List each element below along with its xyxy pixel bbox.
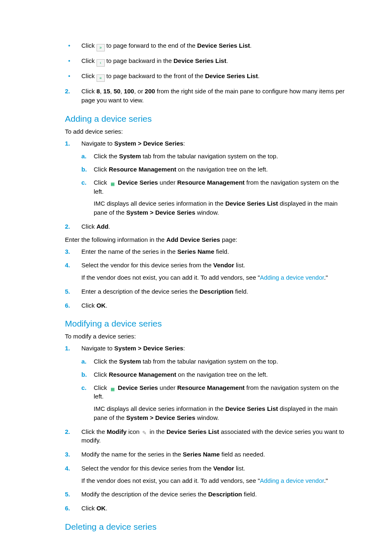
list-letter: a. — [81, 152, 87, 161]
sub-step-text: Click the System tab from the tabular na… — [94, 358, 278, 365]
list-number: 2. — [65, 222, 70, 231]
cross-ref-link[interactable]: Adding a device vendor — [260, 274, 324, 281]
bold-text: Device Series List — [225, 405, 278, 412]
page-prev-icon: ‹ — [97, 59, 105, 67]
sub-step-follow: IMC displays all device series informati… — [94, 404, 348, 422]
list-item: 6.Click OK. — [65, 301, 348, 310]
list-item: 1.Navigate to System > Device Series:a.C… — [65, 344, 348, 422]
bold-text: Description — [208, 491, 242, 498]
heading-modifying: Modifying a device series — [65, 319, 348, 329]
list-number: 2. — [65, 87, 70, 96]
bold-text: System > Device Series — [114, 140, 183, 147]
bold-text: Resource Management — [109, 371, 176, 378]
heading-adding: Adding a device series — [65, 114, 348, 124]
step-follow: If the vendor does not exist, you can ad… — [81, 476, 348, 485]
cross-ref-link[interactable]: Adding a device vendor — [260, 477, 324, 484]
step-text: Modify the name for the series in the Se… — [81, 451, 265, 458]
step-text: Enter a description of the device series… — [81, 288, 248, 295]
bold-text: Vendor — [213, 465, 234, 472]
list-item: 6.Click OK. — [65, 504, 348, 513]
bold-text: Resource Management — [109, 166, 176, 173]
list-item: 4.Select the vendor for this device seri… — [65, 464, 348, 485]
sub-step-follow: IMC displays all device series informati… — [94, 199, 348, 217]
bold-text: Add Device Series — [166, 236, 220, 243]
sub-step-text: Click Resource Management on the navigat… — [94, 371, 268, 378]
step-text: Select the vendor for this device series… — [81, 465, 245, 472]
modifying-intro: To modify a device series: — [65, 333, 348, 340]
list-number: 3. — [65, 247, 70, 256]
bullet-item: Click ‹ to page backward in the Device S… — [65, 56, 348, 67]
page-first-icon: « — [97, 74, 105, 82]
list-item: 1.Navigate to System > Device Series:a.C… — [65, 139, 348, 217]
list-item: 2.Click Add. — [65, 222, 348, 231]
bullet-item: Click » to page forward to the end of th… — [65, 41, 348, 51]
list-number: 2. — [65, 427, 70, 436]
bold-text: 8 — [97, 88, 100, 95]
sub-list: a.Click the System tab from the tabular … — [81, 357, 348, 422]
heading-deleting: Deleting a device series — [65, 522, 348, 532]
step-text: Click OK. — [81, 505, 107, 512]
sub-list-item: b.Click Resource Management on the navig… — [81, 165, 348, 174]
sub-step-text: Click ▦ Device Series under Resource Man… — [94, 384, 339, 400]
bold-text: Resource Management — [177, 179, 244, 186]
bold-text: System > Device Series — [126, 209, 195, 216]
top-num-list: 2. Click 8, 15, 50, 100, or 200 from the… — [65, 87, 348, 105]
list-item: 5.Modify the description of the device s… — [65, 490, 348, 499]
top-bullet-list: Click » to page forward to the end of th… — [65, 41, 348, 82]
list-letter: c. — [81, 178, 87, 187]
adding-intro: To add device series: — [65, 128, 348, 135]
step-text: Click the Modify icon ✎ in the Device Se… — [81, 428, 344, 444]
bold-text: Resource Management — [177, 384, 244, 391]
list-item: 5.Enter a description of the device seri… — [65, 287, 348, 296]
adding-between: Enter the following information in the A… — [65, 236, 348, 243]
bold-text: Device Series List — [205, 72, 258, 79]
bold-text: System — [119, 153, 141, 160]
bold-text: Device Series List — [166, 428, 219, 435]
list-item: 3.Enter the name of the series in the Se… — [65, 247, 348, 256]
bold-text: Device Series — [118, 384, 158, 391]
document-page: Click » to page forward to the end of th… — [0, 0, 392, 533]
list-number: 6. — [65, 504, 70, 513]
bold-text: Device Series List — [173, 57, 226, 64]
bold-text: 100 — [124, 88, 134, 95]
bold-text: OK — [97, 505, 106, 512]
step-follow: If the vendor does not exist, you can ad… — [81, 273, 348, 282]
step-text: Click 8, 15, 50, 100, or 200 from the ri… — [81, 88, 344, 104]
bold-text: Description — [200, 288, 234, 295]
sub-step-text: Click Resource Management on the navigat… — [94, 166, 268, 173]
sub-step-text: Click the System tab from the tabular na… — [94, 153, 278, 160]
bullet-item: Click « to page backward to the front of… — [65, 72, 348, 82]
bold-text: Series Name — [183, 451, 220, 458]
bold-text: Modify — [107, 428, 127, 435]
step-text: Click Add. — [81, 223, 110, 230]
device-series-icon: ▦ — [109, 181, 116, 187]
sub-list-item: c.Click ▦ Device Series under Resource M… — [81, 178, 348, 217]
step-text: Select the vendor for this device series… — [81, 262, 245, 269]
bold-text: Add — [97, 223, 108, 230]
adding-steps: 1.Navigate to System > Device Series:a.C… — [65, 139, 348, 231]
bold-text: 15 — [103, 88, 110, 95]
list-number: 1. — [65, 139, 70, 148]
list-item: 2.Click the Modify icon ✎ in the Device … — [65, 427, 348, 445]
bold-text: 50 — [113, 88, 120, 95]
sub-list-item: c.Click ▦ Device Series under Resource M… — [81, 383, 348, 422]
list-number: 4. — [65, 261, 70, 270]
list-letter: a. — [81, 357, 87, 366]
bold-text: System > Device Series — [126, 414, 195, 421]
modifying-steps: 1.Navigate to System > Device Series:a.C… — [65, 344, 348, 513]
bold-text: System > Device Series — [114, 345, 183, 352]
list-number: 6. — [65, 301, 70, 310]
bold-text: Device Series List — [225, 200, 278, 207]
step-text: Modify the description of the device ser… — [81, 491, 257, 498]
bold-text: Device Series — [118, 179, 158, 186]
list-letter: b. — [81, 165, 87, 174]
list-item: 3.Modify the name for the series in the … — [65, 450, 348, 459]
step-text: Click OK. — [81, 302, 107, 309]
step-text: Navigate to System > Device Series: — [81, 140, 185, 147]
bold-text: OK — [97, 302, 106, 309]
bold-text: Device Series List — [197, 42, 250, 49]
list-letter: c. — [81, 383, 87, 392]
step-text: Navigate to System > Device Series: — [81, 345, 185, 352]
sub-list: a.Click the System tab from the tabular … — [81, 152, 348, 217]
page-size-step: 2. Click 8, 15, 50, 100, or 200 from the… — [65, 87, 348, 105]
